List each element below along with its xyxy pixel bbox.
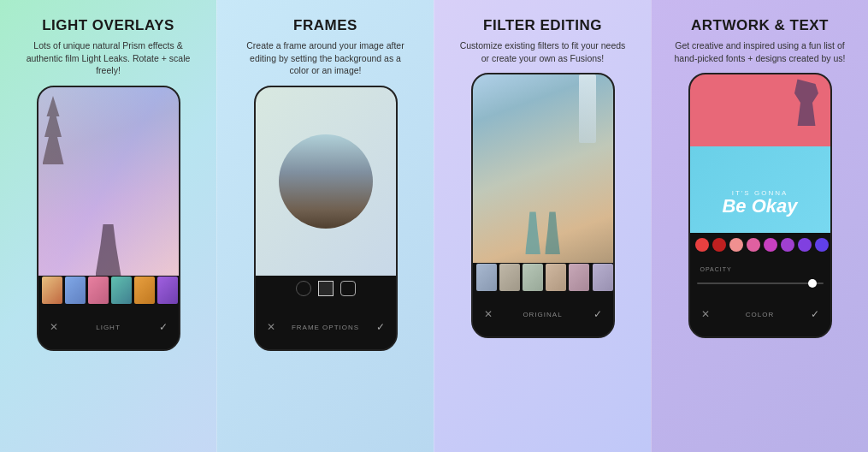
- p3-close-icon[interactable]: ✕: [481, 308, 495, 320]
- p4-color-indigo[interactable]: [815, 238, 829, 252]
- p4-overlay-big-text: Be Okay: [709, 197, 812, 216]
- p4-confirm-icon[interactable]: ✓: [808, 308, 822, 320]
- p4-opacity-label: OPACITY: [695, 266, 737, 272]
- p3-thumb-lore: [593, 264, 613, 291]
- p4-image-area: IT'S GONNA Be Okay: [690, 74, 830, 233]
- p4-slider-track[interactable]: [697, 282, 824, 284]
- p2-circle-shape-btn[interactable]: [296, 281, 311, 296]
- panel-3-title: FILTER EDITING: [483, 17, 602, 34]
- p1-confirm-icon[interactable]: ✓: [156, 321, 170, 333]
- phone-mockup-4: IT'S GONNA Be Okay: [688, 73, 832, 338]
- p4-color-purple2[interactable]: [798, 238, 812, 252]
- p3-thumb-nz: [523, 264, 543, 291]
- phone-screen-2: ◎ + ✕ FRAME OPTIONS ✓: [256, 87, 396, 349]
- panel-3-desc: Customize existing filters to fit your n…: [458, 39, 629, 64]
- p3-thumb-cape: [546, 264, 566, 291]
- p2-boat-image: [279, 134, 373, 229]
- p4-bottom-bar: ✕ COLOR ✓: [690, 292, 830, 336]
- panel-4-title: ARTWORK & TEXT: [691, 17, 829, 34]
- panel-4-desc: Get creative and inspired using a fun li…: [675, 39, 846, 64]
- panel-frames: FRAMES Create a frame around your image …: [216, 0, 434, 452]
- p3-thumb-wicklow: [499, 264, 520, 291]
- p3-bottom-label: ORIGINAL: [495, 311, 591, 318]
- p4-slider-knob[interactable]: [808, 279, 817, 288]
- p1-thumb-5: [134, 277, 155, 304]
- phone-screen-1: LEAK5 LEAK6 LEAK7 LEAK8: [38, 87, 179, 349]
- p2-circle-frame: [279, 134, 373, 229]
- phone-screen-4: IT'S GONNA Be Okay: [690, 74, 830, 336]
- p4-color-magenta[interactable]: [764, 238, 777, 252]
- p3-confirm-icon[interactable]: ✓: [591, 308, 605, 320]
- p1-thumb-1: [42, 277, 62, 304]
- p1-thumb-3: [88, 277, 109, 304]
- p4-opacity-section: OPACITY: [690, 257, 830, 275]
- p3-image-area: [473, 74, 613, 263]
- p3-figure-1: [525, 211, 540, 254]
- panel-filter-editing: FILTER EDITING Customize existing filter…: [434, 0, 651, 452]
- panel-2-title: FRAMES: [293, 17, 357, 34]
- p2-confirm-icon[interactable]: ✓: [374, 321, 387, 333]
- phone-screen-3: FLORA WICKLOW NZ CAPE: [473, 74, 613, 336]
- p4-color-hotpink[interactable]: [747, 238, 760, 252]
- panel-1-desc: Lots of unique natural Prism effects & a…: [23, 39, 194, 77]
- p1-bottom-label: LIGHT: [61, 324, 156, 331]
- p4-overlay-small-text: IT'S GONNA: [709, 189, 812, 197]
- p1-thumb-6: [157, 277, 178, 304]
- p2-close-icon[interactable]: ✕: [264, 321, 278, 333]
- p3-thumb-flora: [476, 264, 497, 291]
- p2-rounded-shape-btn[interactable]: [340, 281, 356, 296]
- p4-color-purple1[interactable]: [781, 238, 794, 252]
- phone-mockup-2: ◎ + ✕ FRAME OPTIONS ✓: [254, 86, 398, 351]
- p4-color-palette: [690, 233, 830, 257]
- p4-color-red[interactable]: [695, 238, 709, 252]
- p4-color-pink[interactable]: [729, 238, 743, 252]
- p2-bottom-label: FRAME OPTIONS: [278, 324, 374, 331]
- panel-artwork-text: ARTWORK & TEXT Get creative and inspired…: [651, 0, 868, 452]
- p2-screen-content: [256, 87, 396, 276]
- p4-slider-row: [690, 275, 830, 292]
- p2-shape-controls: [256, 276, 396, 301]
- p3-figures: [525, 211, 560, 254]
- panel-1-title: LIGHT OVERLAYS: [42, 17, 174, 34]
- panel-light-overlays: LIGHT OVERLAYS Lots of unique natural Pr…: [0, 0, 216, 452]
- p4-color-darkred[interactable]: [712, 238, 726, 252]
- phone-mockup-3: FLORA WICKLOW NZ CAPE: [471, 73, 615, 338]
- p4-text-overlay: IT'S GONNA Be Okay: [709, 189, 812, 216]
- p1-close-icon[interactable]: ✕: [47, 321, 61, 333]
- p1-thumb-2: [65, 277, 86, 304]
- p2-bottom-bar: ✕ FRAME OPTIONS ✓: [256, 305, 396, 349]
- p1-image-area: [38, 87, 179, 276]
- p3-thumb-solstice: [569, 264, 589, 291]
- p4-bottom-label: COLOR: [712, 311, 808, 318]
- panel-2-desc: Create a frame around your image after e…: [240, 39, 411, 77]
- p3-figure-2: [545, 211, 560, 254]
- p3-bottom-bar: ✕ ORIGINAL ✓: [473, 292, 613, 336]
- p2-square-shape-btn[interactable]: [318, 281, 334, 296]
- p3-waterfall: [579, 74, 596, 143]
- phone-mockup-1: LEAK5 LEAK6 LEAK7 LEAK8: [37, 86, 180, 351]
- p1-thumb-4: [111, 277, 132, 304]
- p1-bottom-bar: ✕ LIGHT ✓: [38, 305, 179, 349]
- p4-close-icon[interactable]: ✕: [699, 308, 712, 320]
